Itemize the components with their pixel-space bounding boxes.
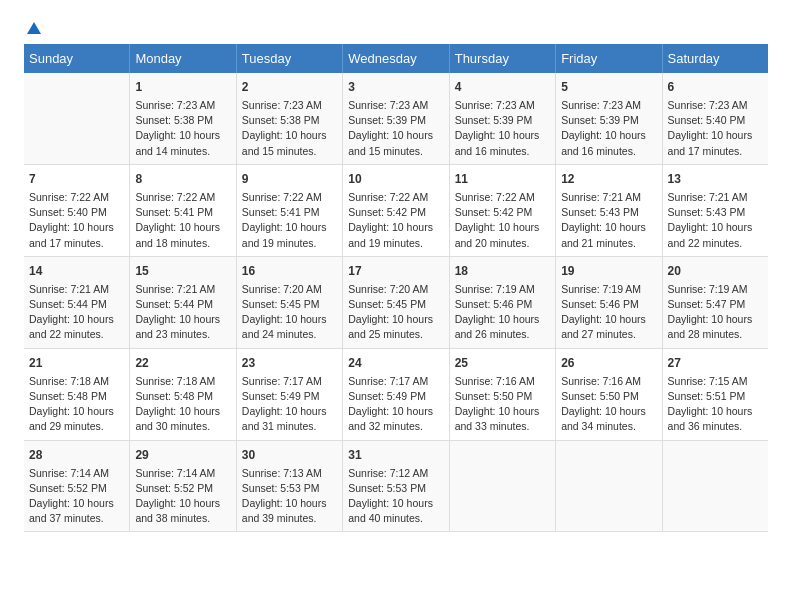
day-number: 2 [242, 78, 337, 96]
cell-content: Sunrise: 7:20 AM Sunset: 5:45 PM Dayligh… [242, 282, 337, 343]
day-number: 4 [455, 78, 550, 96]
cell-content: Sunrise: 7:23 AM Sunset: 5:39 PM Dayligh… [561, 98, 656, 159]
day-number: 16 [242, 262, 337, 280]
week-row-3: 14Sunrise: 7:21 AM Sunset: 5:44 PM Dayli… [24, 256, 768, 348]
day-number: 25 [455, 354, 550, 372]
day-number: 9 [242, 170, 337, 188]
calendar-cell: 15Sunrise: 7:21 AM Sunset: 5:44 PM Dayli… [130, 256, 236, 348]
cell-content: Sunrise: 7:20 AM Sunset: 5:45 PM Dayligh… [348, 282, 443, 343]
day-number: 29 [135, 446, 230, 464]
header-saturday: Saturday [662, 44, 768, 73]
day-number: 21 [29, 354, 124, 372]
calendar-cell: 2Sunrise: 7:23 AM Sunset: 5:38 PM Daylig… [236, 73, 342, 164]
day-number: 1 [135, 78, 230, 96]
cell-content: Sunrise: 7:12 AM Sunset: 5:53 PM Dayligh… [348, 466, 443, 527]
calendar-table: SundayMondayTuesdayWednesdayThursdayFrid… [24, 44, 768, 532]
cell-content: Sunrise: 7:21 AM Sunset: 5:44 PM Dayligh… [29, 282, 124, 343]
calendar-cell: 28Sunrise: 7:14 AM Sunset: 5:52 PM Dayli… [24, 440, 130, 532]
cell-content: Sunrise: 7:22 AM Sunset: 5:41 PM Dayligh… [242, 190, 337, 251]
calendar-cell: 7Sunrise: 7:22 AM Sunset: 5:40 PM Daylig… [24, 164, 130, 256]
page-header [24, 20, 768, 34]
calendar-cell: 6Sunrise: 7:23 AM Sunset: 5:40 PM Daylig… [662, 73, 768, 164]
cell-content: Sunrise: 7:14 AM Sunset: 5:52 PM Dayligh… [29, 466, 124, 527]
calendar-cell: 27Sunrise: 7:15 AM Sunset: 5:51 PM Dayli… [662, 348, 768, 440]
cell-content: Sunrise: 7:16 AM Sunset: 5:50 PM Dayligh… [455, 374, 550, 435]
calendar-cell: 14Sunrise: 7:21 AM Sunset: 5:44 PM Dayli… [24, 256, 130, 348]
calendar-cell: 26Sunrise: 7:16 AM Sunset: 5:50 PM Dayli… [556, 348, 662, 440]
day-number: 20 [668, 262, 763, 280]
day-number: 22 [135, 354, 230, 372]
day-number: 27 [668, 354, 763, 372]
day-number: 8 [135, 170, 230, 188]
day-number: 13 [668, 170, 763, 188]
cell-content: Sunrise: 7:23 AM Sunset: 5:39 PM Dayligh… [348, 98, 443, 159]
logo [24, 20, 44, 34]
cell-content: Sunrise: 7:19 AM Sunset: 5:46 PM Dayligh… [561, 282, 656, 343]
calendar-cell: 18Sunrise: 7:19 AM Sunset: 5:46 PM Dayli… [449, 256, 555, 348]
svg-marker-0 [27, 22, 41, 34]
calendar-cell: 4Sunrise: 7:23 AM Sunset: 5:39 PM Daylig… [449, 73, 555, 164]
day-number: 26 [561, 354, 656, 372]
calendar-cell: 10Sunrise: 7:22 AM Sunset: 5:42 PM Dayli… [343, 164, 449, 256]
calendar-cell [662, 440, 768, 532]
cell-content: Sunrise: 7:22 AM Sunset: 5:40 PM Dayligh… [29, 190, 124, 251]
calendar-cell: 21Sunrise: 7:18 AM Sunset: 5:48 PM Dayli… [24, 348, 130, 440]
calendar-cell: 5Sunrise: 7:23 AM Sunset: 5:39 PM Daylig… [556, 73, 662, 164]
calendar-cell: 3Sunrise: 7:23 AM Sunset: 5:39 PM Daylig… [343, 73, 449, 164]
calendar-cell [556, 440, 662, 532]
calendar-cell: 19Sunrise: 7:19 AM Sunset: 5:46 PM Dayli… [556, 256, 662, 348]
cell-content: Sunrise: 7:23 AM Sunset: 5:38 PM Dayligh… [242, 98, 337, 159]
calendar-cell: 17Sunrise: 7:20 AM Sunset: 5:45 PM Dayli… [343, 256, 449, 348]
header-sunday: Sunday [24, 44, 130, 73]
day-number: 6 [668, 78, 763, 96]
header-monday: Monday [130, 44, 236, 73]
day-number: 5 [561, 78, 656, 96]
cell-content: Sunrise: 7:13 AM Sunset: 5:53 PM Dayligh… [242, 466, 337, 527]
cell-content: Sunrise: 7:23 AM Sunset: 5:39 PM Dayligh… [455, 98, 550, 159]
cell-content: Sunrise: 7:18 AM Sunset: 5:48 PM Dayligh… [135, 374, 230, 435]
day-number: 14 [29, 262, 124, 280]
cell-content: Sunrise: 7:18 AM Sunset: 5:48 PM Dayligh… [29, 374, 124, 435]
cell-content: Sunrise: 7:23 AM Sunset: 5:40 PM Dayligh… [668, 98, 763, 159]
cell-content: Sunrise: 7:14 AM Sunset: 5:52 PM Dayligh… [135, 466, 230, 527]
cell-content: Sunrise: 7:17 AM Sunset: 5:49 PM Dayligh… [348, 374, 443, 435]
cell-content: Sunrise: 7:16 AM Sunset: 5:50 PM Dayligh… [561, 374, 656, 435]
cell-content: Sunrise: 7:21 AM Sunset: 5:44 PM Dayligh… [135, 282, 230, 343]
cell-content: Sunrise: 7:22 AM Sunset: 5:41 PM Dayligh… [135, 190, 230, 251]
day-number: 18 [455, 262, 550, 280]
calendar-cell: 1Sunrise: 7:23 AM Sunset: 5:38 PM Daylig… [130, 73, 236, 164]
week-row-1: 1Sunrise: 7:23 AM Sunset: 5:38 PM Daylig… [24, 73, 768, 164]
cell-content: Sunrise: 7:22 AM Sunset: 5:42 PM Dayligh… [348, 190, 443, 251]
calendar-cell [449, 440, 555, 532]
day-number: 23 [242, 354, 337, 372]
calendar-cell: 30Sunrise: 7:13 AM Sunset: 5:53 PM Dayli… [236, 440, 342, 532]
calendar-cell: 13Sunrise: 7:21 AM Sunset: 5:43 PM Dayli… [662, 164, 768, 256]
day-number: 19 [561, 262, 656, 280]
day-number: 3 [348, 78, 443, 96]
day-number: 28 [29, 446, 124, 464]
header-wednesday: Wednesday [343, 44, 449, 73]
week-row-4: 21Sunrise: 7:18 AM Sunset: 5:48 PM Dayli… [24, 348, 768, 440]
cell-content: Sunrise: 7:23 AM Sunset: 5:38 PM Dayligh… [135, 98, 230, 159]
calendar-cell: 9Sunrise: 7:22 AM Sunset: 5:41 PM Daylig… [236, 164, 342, 256]
cell-content: Sunrise: 7:21 AM Sunset: 5:43 PM Dayligh… [668, 190, 763, 251]
calendar-cell: 12Sunrise: 7:21 AM Sunset: 5:43 PM Dayli… [556, 164, 662, 256]
calendar-cell: 29Sunrise: 7:14 AM Sunset: 5:52 PM Dayli… [130, 440, 236, 532]
header-tuesday: Tuesday [236, 44, 342, 73]
calendar-cell: 11Sunrise: 7:22 AM Sunset: 5:42 PM Dayli… [449, 164, 555, 256]
calendar-cell: 23Sunrise: 7:17 AM Sunset: 5:49 PM Dayli… [236, 348, 342, 440]
day-number: 12 [561, 170, 656, 188]
calendar-cell: 20Sunrise: 7:19 AM Sunset: 5:47 PM Dayli… [662, 256, 768, 348]
calendar-cell: 31Sunrise: 7:12 AM Sunset: 5:53 PM Dayli… [343, 440, 449, 532]
cell-content: Sunrise: 7:22 AM Sunset: 5:42 PM Dayligh… [455, 190, 550, 251]
header-friday: Friday [556, 44, 662, 73]
calendar-cell: 8Sunrise: 7:22 AM Sunset: 5:41 PM Daylig… [130, 164, 236, 256]
cell-content: Sunrise: 7:21 AM Sunset: 5:43 PM Dayligh… [561, 190, 656, 251]
header-thursday: Thursday [449, 44, 555, 73]
calendar-cell: 24Sunrise: 7:17 AM Sunset: 5:49 PM Dayli… [343, 348, 449, 440]
logo-icon [25, 20, 43, 38]
day-number: 10 [348, 170, 443, 188]
day-number: 7 [29, 170, 124, 188]
day-number: 15 [135, 262, 230, 280]
cell-content: Sunrise: 7:17 AM Sunset: 5:49 PM Dayligh… [242, 374, 337, 435]
